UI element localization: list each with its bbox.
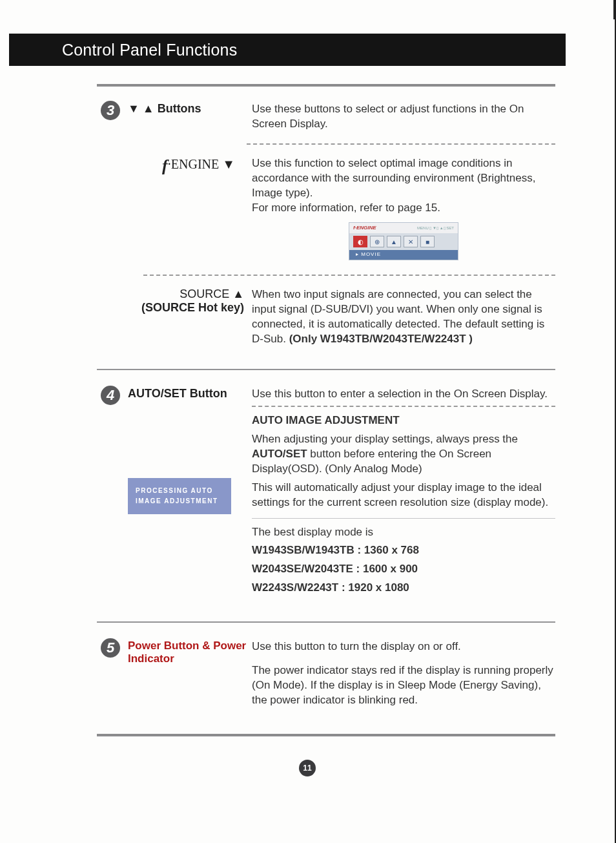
s4-p1: When adjusting your display settings, al… <box>252 432 555 477</box>
crop-mark <box>613 0 615 19</box>
s5-desc2: The power indicator stays red if the dis… <box>252 663 555 708</box>
s4-p3: The best display mode is <box>252 525 555 540</box>
s4-res2: W2043SE/W2043TE : 1600 x 900 <box>252 562 555 577</box>
divider-dashed <box>247 143 555 145</box>
osd-thumbnail: f·ENGINE MENU ▯ ▼▯ ▲▯ SET ◐ ⊕ ▲ ✕ ■ ▸ MO… <box>349 222 458 261</box>
section-5-label: Power Button & Power Indicator <box>128 640 252 665</box>
osd-icon-user: ◐ <box>353 236 367 247</box>
s4-p2: This will automatically adjust your disp… <box>252 481 555 510</box>
source-label-col: SOURCE ▲ (SOURCE Hot key) <box>128 287 252 315</box>
proc-line-1: PROCESSING AUTO <box>136 486 223 496</box>
label-buttons: Buttons <box>158 102 201 115</box>
osd-menu: MENU ▯ ▼▯ ▲▯ SET <box>417 225 454 231</box>
divider-solid-2 <box>97 621 555 623</box>
arrow-down-icon: ▼ ▲ <box>128 102 158 115</box>
s4-subheader: AUTO IMAGE ADJUSTMENT <box>252 413 555 428</box>
osd-icon-x: ✕ <box>404 236 418 247</box>
fengine-label: f·ENGINE ▼ <box>128 156 252 176</box>
section-4-body: Use this button to enter a selection in … <box>252 387 555 599</box>
fengine-text: ·ENGINE ▼ <box>168 157 235 171</box>
section-3-desc: Use these buttons to select or adjust fu… <box>252 102 555 132</box>
divider-dashed-2 <box>143 275 555 276</box>
autoset-label: AUTO/SET Button <box>128 387 227 400</box>
osd-icon-picture: ▲ <box>387 236 401 247</box>
section-source: SOURCE ▲ (SOURCE Hot key) When two input… <box>97 287 555 347</box>
osd-footer: ▸ MOVIE <box>349 250 458 260</box>
page: Control Panel Functions 3 ▼ ▲ Buttons Us… <box>0 0 616 843</box>
divider-dashed-3 <box>252 406 555 407</box>
osd-icon-row: ◐ ⊕ ▲ ✕ ■ <box>349 233 458 250</box>
header-title: Control Panel Functions <box>62 41 237 59</box>
osd-top: f·ENGINE MENU ▯ ▼▯ ▲▯ SET <box>349 223 458 234</box>
proc-line-2: IMAGE ADJUSTMENT <box>136 496 223 506</box>
source-label-1: SOURCE ▲ <box>128 287 244 301</box>
section-4-label: AUTO/SET Button PROCESSING AUTO IMAGE AD… <box>128 387 252 514</box>
processing-box: PROCESSING AUTO IMAGE ADJUSTMENT <box>128 478 231 514</box>
s4-res1: W1943SB/W1943TB : 1360 x 768 <box>252 543 555 558</box>
f-italic-icon: f <box>162 156 168 176</box>
s4-desc1: Use this button to enter a selection in … <box>252 387 555 402</box>
s5-desc1: Use this button to turn the display on o… <box>252 640 555 654</box>
header-bar: Control Panel Functions <box>9 34 566 66</box>
section-5-body: Use this button to turn the display on o… <box>252 640 555 712</box>
source-desc: When two input signals are connected, yo… <box>252 287 555 347</box>
badge-5: 5 <box>101 638 120 658</box>
source-label-2: (SOURCE Hot key) <box>128 301 244 315</box>
fengine-desc-text: Use this function to select optimal imag… <box>252 157 535 214</box>
section-fengine: f·ENGINE ▼ Use this function to select o… <box>97 156 555 263</box>
badge-3: 3 <box>101 101 120 120</box>
section-3: 3 ▼ ▲ Buttons Use these buttons to selec… <box>97 102 555 132</box>
fengine-desc: Use this function to select optimal imag… <box>252 156 555 263</box>
page-number: 11 <box>299 760 316 776</box>
section-3-label: ▼ ▲ Buttons <box>128 102 252 116</box>
osd-brand: f·ENGINE <box>353 225 376 232</box>
divider-light <box>252 518 555 519</box>
osd-icon-settings: ■ <box>420 236 435 247</box>
osd-icon-internet: ⊕ <box>370 236 384 247</box>
source-desc-bold: (Only W1943TB/W2043TE/W2243T ) <box>289 333 473 345</box>
divider-solid <box>97 369 555 370</box>
badge-4: 4 <box>101 386 120 405</box>
s4-res3: W2243S/W2243T : 1920 x 1080 <box>252 581 555 596</box>
section-5: 5 Power Button & Power Indicator Use thi… <box>97 640 555 712</box>
content-area: 3 ▼ ▲ Buttons Use these buttons to selec… <box>97 84 555 736</box>
section-4: 4 AUTO/SET Button PROCESSING AUTO IMAGE … <box>97 387 555 599</box>
